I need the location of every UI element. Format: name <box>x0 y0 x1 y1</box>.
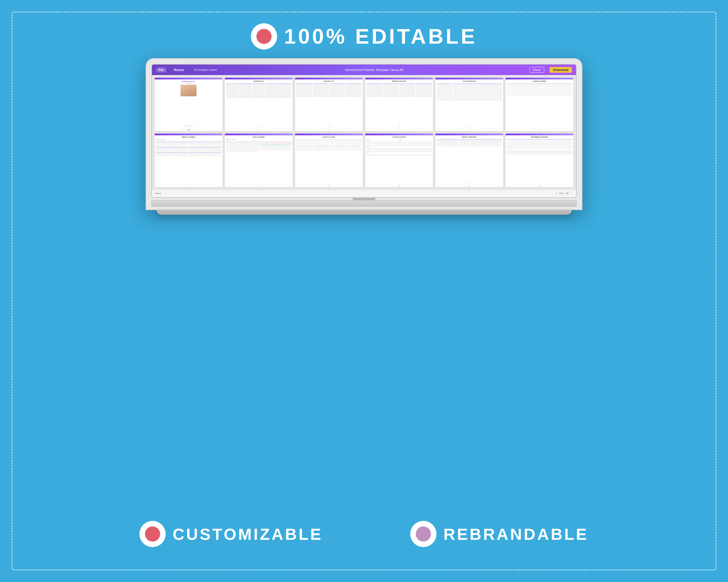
page-website-tracker[interactable]: WEBSITE TRACKER <box>365 77 433 132</box>
icon-3: ✦ <box>296 124 362 127</box>
rebrandable-circle <box>410 521 437 547</box>
activities-header: Subject Activity <box>366 139 432 140</box>
page-september-overview[interactable]: SEPTEMBER OVERVIEW <box>505 133 574 187</box>
icon-4: ✦ <box>366 124 432 127</box>
page-num-3: 3 <box>295 128 363 131</box>
page-content-9: YEAR AT GLANCE April May June July Augus… <box>295 135 363 184</box>
cover-body: HOMESCHOOL PLANNER This planner belongs … <box>155 79 223 128</box>
page-title-11: WEEKLY TIMETABLE <box>437 137 502 138</box>
cover-subtitle: PLANNER <box>185 83 191 84</box>
page-class-schedule[interactable]: CLASS SCHEDULE <box>435 77 503 132</box>
document-title: Homeschool Planner Template Canva A4 <box>224 68 524 72</box>
year-grid: April May June July August September Oct… <box>296 139 362 151</box>
saved-label: All changes saved <box>191 67 219 72</box>
daily-cols: Events <box>226 141 291 151</box>
page-weekly-planner[interactable]: WEEKLY PLANNER Top priorities Goals Mond… <box>154 133 223 187</box>
customizable-circle <box>139 521 166 547</box>
laptop-foot <box>157 210 572 215</box>
page-content-2: READING LOG <box>225 79 293 128</box>
icon-2: ✦ <box>226 124 291 127</box>
zoom-control: ● 24% M ⛶ <box>555 192 573 195</box>
customizable-label: CUSTOMIZABLE <box>173 525 323 544</box>
page-num-11: 11 <box>435 184 503 187</box>
reading-list-table <box>296 83 362 97</box>
cover-footer: This planner belongs to... <box>184 126 193 127</box>
month-header <box>507 139 572 140</box>
page-num-12: 12 <box>505 184 573 187</box>
page-cover[interactable]: HOMESCHOOL PLANNER This planner belongs … <box>154 77 223 132</box>
page-content-4: WEBSITE TRACKER <box>365 79 433 128</box>
page-num-10: 10 <box>365 184 433 187</box>
daily-header: Top priorities To Do list <box>226 139 291 140</box>
page-title-3: READING LIST <box>296 81 362 82</box>
laptop-body: File Resize All changes saved Homeschool… <box>146 58 582 210</box>
page-num-9: 9 <box>295 184 363 187</box>
page-daily-planner[interactable]: DAILY PLANNER Top priorities To Do list … <box>225 133 293 187</box>
schedule-grid <box>437 83 502 101</box>
page-num-7: 7 <box>155 184 223 187</box>
laptop-notch <box>353 198 375 200</box>
lesson-cols <box>507 83 572 96</box>
page-content-10: CLASS ACTIVITIES Subject Activity Subjec… <box>365 135 433 184</box>
resize-button[interactable]: Resize <box>172 67 186 73</box>
notes-label[interactable]: Notes <box>155 192 161 195</box>
share-button[interactable]: Share <box>529 67 544 73</box>
rebrandable-label: REBRANDABLE <box>443 525 589 544</box>
month-notes: Month Notes <box>507 150 572 155</box>
customizable-badge: CUSTOMIZABLE <box>139 521 323 547</box>
zoom-icon[interactable]: M <box>565 192 569 195</box>
page-title-5: CLASS SCHEDULE <box>437 81 502 82</box>
screen: File Resize All changes saved Homeschool… <box>151 64 577 198</box>
page-reading-log[interactable]: READING LOG <box>225 77 293 132</box>
zoom-dot: ● <box>555 192 557 195</box>
bottom-badges: CUSTOMIZABLE REBRANDABLE <box>139 521 589 547</box>
icon-11: ✦ <box>437 181 502 183</box>
page-title-12: SEPTEMBER OVERVIEW <box>507 137 572 138</box>
weekly-cols: Monday Tuesday Wednesday <box>156 141 221 156</box>
rebrandable-badge: REBRANDABLE <box>410 521 589 547</box>
page-num-5: 5 <box>435 128 503 131</box>
page-content-7: WEEKLY PLANNER Top priorities Goals Mond… <box>155 135 223 184</box>
timetable-grid <box>437 139 502 146</box>
download-button[interactable]: Download <box>549 67 572 73</box>
page-title-4: WEBSITE TRACKER <box>366 81 432 82</box>
laptop: File Resize All changes saved Homeschool… <box>146 58 582 215</box>
month-grid <box>507 141 572 149</box>
canva-toolbar: File Resize All changes saved Homeschool… <box>152 64 576 75</box>
rebrandable-inner <box>416 526 431 542</box>
cover-image-inner <box>181 85 197 96</box>
page-num-4: 4 <box>365 128 433 131</box>
top-badge: 100% EDITABLE <box>251 23 477 50</box>
badge-circle-inner <box>257 29 272 44</box>
page-reading-list[interactable]: READING LIST <box>295 77 363 132</box>
laptop-base <box>151 200 577 206</box>
reading-log-table <box>226 83 291 98</box>
page-title-9: YEAR AT GLANCE <box>296 137 362 138</box>
weekly-priorities: Top priorities Goals <box>156 139 221 140</box>
page-num-8: 8 <box>225 184 293 187</box>
page-content-11: WEEKLY TIMETABLE <box>435 135 503 184</box>
page-title-10: CLASS ACTIVITIES <box>366 137 432 138</box>
customizable-inner <box>145 526 160 542</box>
page-lesson-planner[interactable]: LESSON PLANNER <box>505 77 574 132</box>
cover-image <box>181 85 197 96</box>
file-button[interactable]: File <box>156 67 166 73</box>
fullscreen-icon[interactable]: ⛶ <box>571 192 573 195</box>
page-title-2: READING LOG <box>226 81 291 82</box>
page-year-at-glance[interactable]: YEAR AT GLANCE April May June July Augus… <box>295 133 363 187</box>
page-title-7: WEEKLY PLANNER <box>156 137 221 138</box>
page-class-activities[interactable]: CLASS ACTIVITIES Subject Activity Subjec… <box>365 133 433 187</box>
website-tracker-table <box>366 83 432 97</box>
page-weekly-timetable[interactable]: WEEKLY TIMETABLE <box>435 133 503 187</box>
page-num-cover: ⊞ 🗑 <box>155 128 223 131</box>
zoom-level: 24% <box>559 192 564 195</box>
badge-circle <box>251 23 277 50</box>
icon-5: ✦ <box>437 124 502 127</box>
editable-label: 100% EDITABLE <box>284 24 477 48</box>
pages-grid: HOMESCHOOL PLANNER This planner belongs … <box>152 75 576 190</box>
page-num-6: 6 <box>505 128 573 131</box>
activities-rows: Subject Notes <box>366 141 432 156</box>
page-content-12: SEPTEMBER OVERVIEW <box>505 135 573 184</box>
page-title-8: DAILY PLANNER <box>226 137 291 138</box>
canva-status-bar: Notes ● 24% M ⛶ <box>152 190 576 197</box>
